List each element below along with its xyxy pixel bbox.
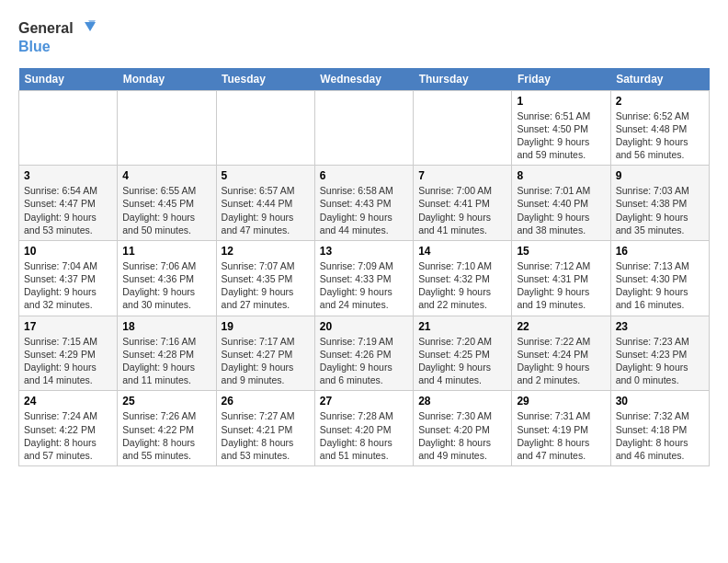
- day-info: Sunrise: 7:16 AM Sunset: 4:28 PM Dayligh…: [122, 335, 210, 387]
- day-cell: 29Sunrise: 7:31 AM Sunset: 4:19 PM Dayli…: [512, 391, 610, 466]
- day-cell: 8Sunrise: 7:01 AM Sunset: 4:40 PM Daylig…: [512, 166, 610, 241]
- day-cell: 25Sunrise: 7:26 AM Sunset: 4:22 PM Dayli…: [118, 391, 216, 466]
- day-cell: [19, 90, 118, 166]
- days-header-row: SundayMondayTuesdayWednesdayThursdayFrid…: [19, 68, 710, 91]
- day-info: Sunrise: 7:28 AM Sunset: 4:20 PM Dayligh…: [320, 409, 408, 462]
- day-header-wednesday: Wednesday: [314, 68, 413, 91]
- day-number: 26: [222, 395, 310, 408]
- day-cell: 7Sunrise: 7:00 AM Sunset: 4:41 PM Daylig…: [414, 166, 512, 241]
- day-cell: 2Sunrise: 6:52 AM Sunset: 4:48 PM Daylig…: [610, 90, 709, 166]
- day-info: Sunrise: 7:03 AM Sunset: 4:38 PM Dayligh…: [616, 184, 704, 236]
- day-cell: 5Sunrise: 6:57 AM Sunset: 4:44 PM Daylig…: [216, 166, 314, 241]
- day-number: 9: [616, 169, 704, 182]
- day-info: Sunrise: 7:20 AM Sunset: 4:25 PM Dayligh…: [418, 335, 506, 387]
- week-row-4: 17Sunrise: 7:15 AM Sunset: 4:29 PM Dayli…: [19, 316, 710, 391]
- logo-bird-icon: [75, 18, 96, 39]
- day-cell: 1Sunrise: 6:51 AM Sunset: 4:50 PM Daylig…: [512, 90, 610, 166]
- day-info: Sunrise: 7:10 AM Sunset: 4:32 PM Dayligh…: [418, 259, 506, 312]
- day-number: 24: [24, 395, 112, 408]
- day-cell: 27Sunrise: 7:28 AM Sunset: 4:20 PM Dayli…: [314, 391, 413, 466]
- day-cell: 23Sunrise: 7:23 AM Sunset: 4:23 PM Dayli…: [610, 316, 709, 391]
- day-number: 12: [222, 245, 310, 258]
- day-cell: 11Sunrise: 7:06 AM Sunset: 4:36 PM Dayli…: [118, 240, 216, 316]
- day-number: 21: [418, 320, 506, 333]
- day-info: Sunrise: 6:54 AM Sunset: 4:47 PM Dayligh…: [24, 184, 112, 236]
- day-number: 16: [616, 245, 704, 258]
- day-number: 1: [517, 95, 605, 108]
- day-cell: [216, 90, 314, 166]
- day-header-tuesday: Tuesday: [216, 68, 314, 91]
- day-info: Sunrise: 7:32 AM Sunset: 4:18 PM Dayligh…: [616, 409, 704, 462]
- day-cell: 6Sunrise: 6:58 AM Sunset: 4:43 PM Daylig…: [314, 166, 413, 241]
- day-cell: 16Sunrise: 7:13 AM Sunset: 4:30 PM Dayli…: [610, 240, 709, 316]
- day-number: 10: [24, 245, 112, 258]
- day-header-saturday: Saturday: [610, 68, 709, 91]
- day-info: Sunrise: 6:52 AM Sunset: 4:48 PM Dayligh…: [616, 109, 704, 162]
- day-number: 13: [320, 245, 408, 258]
- day-cell: 26Sunrise: 7:27 AM Sunset: 4:21 PM Dayli…: [216, 391, 314, 466]
- day-cell: 12Sunrise: 7:07 AM Sunset: 4:35 PM Dayli…: [216, 240, 314, 316]
- day-info: Sunrise: 7:07 AM Sunset: 4:35 PM Dayligh…: [222, 259, 310, 312]
- day-info: Sunrise: 7:23 AM Sunset: 4:23 PM Dayligh…: [616, 335, 704, 387]
- svg-marker-0: [85, 22, 96, 31]
- day-info: Sunrise: 7:22 AM Sunset: 4:24 PM Dayligh…: [517, 335, 605, 387]
- week-row-1: 1Sunrise: 6:51 AM Sunset: 4:50 PM Daylig…: [19, 90, 710, 166]
- day-info: Sunrise: 7:30 AM Sunset: 4:20 PM Dayligh…: [418, 409, 506, 462]
- logo-container: General Blue: [18, 15, 96, 59]
- day-info: Sunrise: 7:27 AM Sunset: 4:21 PM Dayligh…: [222, 409, 310, 462]
- logo: General Blue: [18, 15, 96, 59]
- logo-blue-text: Blue: [18, 39, 96, 55]
- day-cell: 18Sunrise: 7:16 AM Sunset: 4:28 PM Dayli…: [118, 316, 216, 391]
- day-info: Sunrise: 7:26 AM Sunset: 4:22 PM Dayligh…: [122, 409, 210, 462]
- day-info: Sunrise: 7:31 AM Sunset: 4:19 PM Dayligh…: [517, 409, 605, 462]
- day-number: 19: [222, 320, 310, 333]
- day-number: 6: [320, 169, 408, 182]
- day-cell: 19Sunrise: 7:17 AM Sunset: 4:27 PM Dayli…: [216, 316, 314, 391]
- day-info: Sunrise: 6:51 AM Sunset: 4:50 PM Dayligh…: [517, 109, 605, 162]
- day-number: 4: [122, 169, 210, 182]
- day-info: Sunrise: 7:17 AM Sunset: 4:27 PM Dayligh…: [222, 335, 310, 387]
- day-number: 2: [616, 95, 704, 108]
- day-cell: 10Sunrise: 7:04 AM Sunset: 4:37 PM Dayli…: [19, 240, 118, 316]
- day-number: 5: [222, 169, 310, 182]
- header: General Blue: [18, 15, 710, 59]
- day-header-sunday: Sunday: [19, 68, 118, 91]
- day-number: 3: [24, 169, 112, 182]
- day-info: Sunrise: 7:06 AM Sunset: 4:36 PM Dayligh…: [122, 259, 210, 312]
- day-cell: 17Sunrise: 7:15 AM Sunset: 4:29 PM Dayli…: [19, 316, 118, 391]
- day-cell: 21Sunrise: 7:20 AM Sunset: 4:25 PM Dayli…: [414, 316, 512, 391]
- day-number: 23: [616, 320, 704, 333]
- day-number: 15: [517, 245, 605, 258]
- day-cell: 28Sunrise: 7:30 AM Sunset: 4:20 PM Dayli…: [414, 391, 512, 466]
- day-cell: 13Sunrise: 7:09 AM Sunset: 4:33 PM Dayli…: [314, 240, 413, 316]
- day-number: 17: [24, 320, 112, 333]
- day-cell: 3Sunrise: 6:54 AM Sunset: 4:47 PM Daylig…: [19, 166, 118, 241]
- day-info: Sunrise: 7:19 AM Sunset: 4:26 PM Dayligh…: [320, 335, 408, 387]
- day-info: Sunrise: 6:55 AM Sunset: 4:45 PM Dayligh…: [122, 184, 210, 236]
- day-header-thursday: Thursday: [414, 68, 512, 91]
- day-number: 7: [418, 169, 506, 182]
- day-number: 8: [517, 169, 605, 182]
- day-info: Sunrise: 7:01 AM Sunset: 4:40 PM Dayligh…: [517, 184, 605, 236]
- day-cell: 9Sunrise: 7:03 AM Sunset: 4:38 PM Daylig…: [610, 166, 709, 241]
- week-row-2: 3Sunrise: 6:54 AM Sunset: 4:47 PM Daylig…: [19, 166, 710, 241]
- day-info: Sunrise: 7:13 AM Sunset: 4:30 PM Dayligh…: [616, 259, 704, 312]
- logo-general-text: General: [18, 20, 74, 37]
- day-number: 22: [517, 320, 605, 333]
- calendar-table: SundayMondayTuesdayWednesdayThursdayFrid…: [18, 68, 710, 466]
- day-header-friday: Friday: [512, 68, 610, 91]
- day-info: Sunrise: 6:57 AM Sunset: 4:44 PM Dayligh…: [222, 184, 310, 236]
- day-number: 20: [320, 320, 408, 333]
- day-number: 11: [122, 245, 210, 258]
- day-info: Sunrise: 7:00 AM Sunset: 4:41 PM Dayligh…: [418, 184, 506, 236]
- day-header-monday: Monday: [118, 68, 216, 91]
- week-row-3: 10Sunrise: 7:04 AM Sunset: 4:37 PM Dayli…: [19, 240, 710, 316]
- day-cell: [314, 90, 413, 166]
- day-number: 18: [122, 320, 210, 333]
- day-cell: 22Sunrise: 7:22 AM Sunset: 4:24 PM Dayli…: [512, 316, 610, 391]
- day-cell: 14Sunrise: 7:10 AM Sunset: 4:32 PM Dayli…: [414, 240, 512, 316]
- day-info: Sunrise: 7:09 AM Sunset: 4:33 PM Dayligh…: [320, 259, 408, 312]
- day-cell: 24Sunrise: 7:24 AM Sunset: 4:22 PM Dayli…: [19, 391, 118, 466]
- week-row-5: 24Sunrise: 7:24 AM Sunset: 4:22 PM Dayli…: [19, 391, 710, 466]
- day-info: Sunrise: 6:58 AM Sunset: 4:43 PM Dayligh…: [320, 184, 408, 236]
